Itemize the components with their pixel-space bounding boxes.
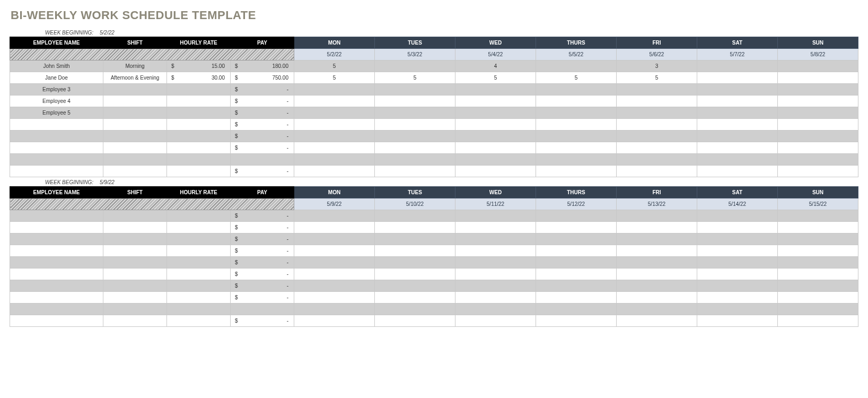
hourly-rate-cell[interactable]: [167, 233, 231, 245]
hourly-rate-cell[interactable]: [167, 119, 231, 131]
employee-name-cell[interactable]: [10, 233, 103, 245]
hours-cell[interactable]: [455, 131, 536, 142]
hours-cell[interactable]: [536, 315, 617, 327]
shift-cell[interactable]: [103, 315, 167, 327]
pay-cell[interactable]: $-: [231, 96, 294, 107]
hours-cell[interactable]: [697, 269, 778, 280]
hours-cell[interactable]: [697, 315, 778, 327]
hours-cell[interactable]: [697, 233, 778, 245]
hours-cell[interactable]: [294, 166, 375, 177]
shift-cell[interactable]: [103, 96, 167, 107]
hourly-rate-cell[interactable]: [167, 245, 231, 257]
hours-cell[interactable]: [778, 119, 858, 131]
hours-cell[interactable]: [697, 119, 778, 131]
pay-cell[interactable]: [231, 304, 294, 315]
hours-cell[interactable]: [455, 119, 536, 131]
hours-cell[interactable]: 5: [294, 60, 375, 72]
hours-cell[interactable]: [617, 96, 697, 107]
hours-cell[interactable]: [294, 107, 375, 119]
hours-cell[interactable]: [294, 304, 375, 315]
hours-cell[interactable]: [778, 280, 858, 292]
hours-cell[interactable]: [697, 292, 778, 304]
shift-cell[interactable]: Afternoon & Evening: [103, 72, 167, 84]
pay-cell[interactable]: $-: [231, 257, 294, 269]
shift-cell[interactable]: [103, 292, 167, 304]
hours-cell[interactable]: [536, 233, 617, 245]
hours-cell[interactable]: [617, 304, 697, 315]
hours-cell[interactable]: [778, 222, 858, 233]
hours-cell[interactable]: [294, 154, 375, 166]
hours-cell[interactable]: [455, 280, 536, 292]
hours-cell[interactable]: [455, 96, 536, 107]
hours-cell[interactable]: [375, 210, 455, 222]
shift-cell[interactable]: [103, 107, 167, 119]
hours-cell[interactable]: [617, 107, 697, 119]
hours-cell[interactable]: [375, 84, 455, 96]
hours-cell[interactable]: [536, 60, 617, 72]
pay-cell[interactable]: $180.00: [231, 60, 294, 72]
hours-cell[interactable]: [294, 210, 375, 222]
employee-name-cell[interactable]: [10, 257, 103, 269]
hours-cell[interactable]: [697, 280, 778, 292]
hourly-rate-cell[interactable]: [167, 222, 231, 233]
hourly-rate-cell[interactable]: [167, 154, 231, 166]
pay-cell[interactable]: $-: [231, 245, 294, 257]
hours-cell[interactable]: [697, 304, 778, 315]
employee-name-cell[interactable]: [10, 269, 103, 280]
hours-cell[interactable]: [375, 280, 455, 292]
hours-cell[interactable]: [778, 304, 858, 315]
hours-cell[interactable]: [778, 257, 858, 269]
employee-name-cell[interactable]: [10, 142, 103, 154]
shift-cell[interactable]: [103, 210, 167, 222]
hours-cell[interactable]: 3: [617, 60, 697, 72]
hours-cell[interactable]: [375, 154, 455, 166]
pay-cell[interactable]: $-: [231, 142, 294, 154]
hours-cell[interactable]: [375, 107, 455, 119]
hours-cell[interactable]: [778, 107, 858, 119]
hours-cell[interactable]: [617, 119, 697, 131]
pay-cell[interactable]: $-: [231, 233, 294, 245]
employee-name-cell[interactable]: [10, 222, 103, 233]
hours-cell[interactable]: [294, 315, 375, 327]
hours-cell[interactable]: [294, 222, 375, 233]
employee-name-cell[interactable]: Jane Doe: [10, 72, 103, 84]
pay-cell[interactable]: [231, 154, 294, 166]
hourly-rate-cell[interactable]: [167, 166, 231, 177]
hours-cell[interactable]: [778, 96, 858, 107]
hours-cell[interactable]: [697, 210, 778, 222]
shift-cell[interactable]: [103, 269, 167, 280]
hours-cell[interactable]: [697, 154, 778, 166]
hours-cell[interactable]: [536, 119, 617, 131]
hours-cell[interactable]: [536, 257, 617, 269]
hours-cell[interactable]: [455, 304, 536, 315]
hours-cell[interactable]: 5: [294, 72, 375, 84]
pay-cell[interactable]: $-: [231, 222, 294, 233]
hours-cell[interactable]: [617, 154, 697, 166]
employee-name-cell[interactable]: [10, 315, 103, 327]
hours-cell[interactable]: [294, 292, 375, 304]
pay-cell[interactable]: $-: [231, 315, 294, 327]
employee-name-cell[interactable]: John Smith: [10, 60, 103, 72]
shift-cell[interactable]: [103, 131, 167, 142]
hours-cell[interactable]: [536, 245, 617, 257]
hours-cell[interactable]: 5: [375, 72, 455, 84]
hours-cell[interactable]: [294, 119, 375, 131]
employee-name-cell[interactable]: Employee 3: [10, 84, 103, 96]
hours-cell[interactable]: [536, 292, 617, 304]
shift-cell[interactable]: [103, 233, 167, 245]
hours-cell[interactable]: [375, 96, 455, 107]
employee-name-cell[interactable]: [10, 210, 103, 222]
pay-cell[interactable]: $-: [231, 210, 294, 222]
hours-cell[interactable]: [778, 245, 858, 257]
hours-cell[interactable]: [778, 84, 858, 96]
hours-cell[interactable]: [697, 166, 778, 177]
employee-name-cell[interactable]: [10, 131, 103, 142]
hourly-rate-cell[interactable]: [167, 269, 231, 280]
hourly-rate-cell[interactable]: [167, 142, 231, 154]
hours-cell[interactable]: [294, 280, 375, 292]
employee-name-cell[interactable]: [10, 119, 103, 131]
hours-cell[interactable]: [455, 245, 536, 257]
hourly-rate-cell[interactable]: [167, 315, 231, 327]
hours-cell[interactable]: [697, 84, 778, 96]
employee-name-cell[interactable]: [10, 245, 103, 257]
